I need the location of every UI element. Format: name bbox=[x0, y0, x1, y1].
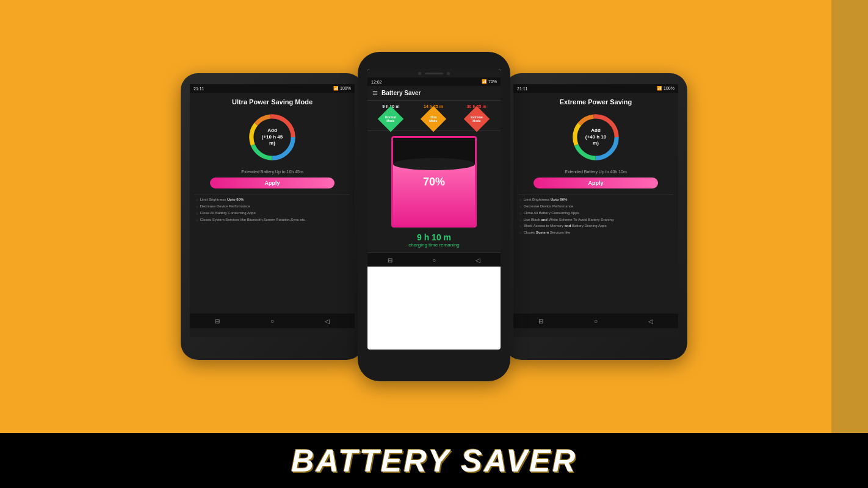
right-status-bar: 21:11 📶 100% bbox=[513, 84, 678, 93]
left-divider bbox=[195, 195, 350, 195]
left-nav-bar: ⊟ ○ ◁ bbox=[190, 314, 355, 328]
bullet-icon: ○ bbox=[196, 205, 198, 209]
left-ring-text: Add (+10 h 45 m) bbox=[259, 128, 286, 147]
feature-text: Use Black and White Scheme To Avoid Batt… bbox=[524, 218, 614, 223]
bullet-icon: ○ bbox=[196, 198, 198, 202]
bottom-title-bar: BATTERY SAVER bbox=[0, 433, 868, 488]
battery-fill bbox=[393, 164, 475, 226]
hamburger-icon[interactable]: ☰ bbox=[372, 90, 378, 96]
charging-label: charging time remaning bbox=[408, 242, 460, 248]
left-phone: 21:11 📶 100% Ultra Power Saving Mode bbox=[181, 73, 364, 360]
right-title: Extreme Power Saving bbox=[560, 98, 632, 106]
feature-text: Block Access to Memory and Battery Drani… bbox=[524, 224, 607, 229]
diamond-extreme: ExtremeMode bbox=[463, 106, 489, 132]
battery-percent: 70% bbox=[423, 176, 445, 188]
right-menu-nav-icon: ⊟ bbox=[538, 318, 543, 325]
mode-extreme[interactable]: 30 h 55 m ExtremeMode bbox=[467, 104, 486, 128]
center-status-bar: 12:02 📶 70% bbox=[367, 77, 501, 86]
left-phone-screen: 21:11 📶 100% Ultra Power Saving Mode bbox=[190, 84, 355, 328]
mode-normal[interactable]: 9 h 10 m NormalMode bbox=[382, 104, 400, 128]
center-phone-screen: 12:02 📶 70% ☰ Battery Saver 9 h 10 m Nor… bbox=[367, 69, 501, 350]
bullet-icon: ○ bbox=[519, 198, 522, 202]
left-ring-chart: Add (+10 h 45 m) bbox=[245, 110, 300, 165]
right-gold-bar bbox=[831, 0, 868, 433]
center-header-title: Battery Saver bbox=[382, 90, 421, 96]
right-time: 21:11 bbox=[517, 87, 528, 91]
camera-bar bbox=[367, 69, 501, 77]
list-item: ○ Decrease Device Performance bbox=[519, 204, 672, 209]
left-status-icons: 📶 100% bbox=[333, 86, 351, 91]
center-time: 12:02 bbox=[371, 80, 382, 84]
center-menu-nav: ⊟ bbox=[388, 257, 392, 264]
bullet-icon: ○ bbox=[519, 231, 522, 235]
right-screen-content: Extreme Power Saving Add (+40 h 10 bbox=[513, 93, 678, 337]
list-item: ○ Limit Brightness Upto 80% bbox=[196, 198, 349, 203]
diamond-ultra-label: UltraMode bbox=[430, 115, 438, 123]
battery-wave bbox=[393, 158, 475, 170]
left-title: Ultra Power Saving Mode bbox=[232, 98, 313, 106]
bullet-icon: ○ bbox=[519, 218, 522, 222]
feature-text: Close All Battery Consuming Apps bbox=[524, 211, 579, 216]
bullet-icon: ○ bbox=[519, 205, 522, 209]
center-phone: 12:02 📶 70% ☰ Battery Saver 9 h 10 m Nor… bbox=[358, 52, 510, 381]
speaker-bar bbox=[425, 73, 443, 74]
center-header: ☰ Battery Saver bbox=[367, 86, 501, 101]
list-item: ○ Close All Battery Consuming Apps bbox=[196, 211, 349, 216]
back-nav-icon: ◁ bbox=[325, 318, 330, 325]
right-back-nav-icon: ◁ bbox=[648, 318, 653, 325]
feature-text: Limit Brightness Upto 80% bbox=[524, 198, 568, 203]
feature-text: Close All Battery Consuming Apps bbox=[200, 211, 256, 216]
right-extended-text: Extended Battery Up to 40h 10m bbox=[565, 170, 627, 174]
right-ring-text: Add (+40 h 10 m) bbox=[582, 128, 610, 147]
phones-container: 21:11 📶 100% Ultra Power Saving Mode bbox=[98, 52, 770, 381]
right-ring-chart: Add (+40 h 10 m) bbox=[568, 110, 623, 165]
camera-dot-2 bbox=[447, 72, 450, 75]
bullet-icon: ○ bbox=[519, 224, 522, 228]
right-apply-button[interactable]: Apply bbox=[533, 178, 657, 188]
left-extended-text: Extended Battery Up to 10h 45m bbox=[241, 170, 303, 174]
list-item: ○ Decrease Device Performance bbox=[196, 204, 349, 209]
list-item: ○ Closes System Services like bbox=[519, 231, 672, 235]
diamond-normal: NormalMode bbox=[378, 106, 403, 132]
left-apply-button[interactable]: Apply bbox=[210, 178, 334, 188]
diamond-extreme-label: ExtremeMode bbox=[471, 115, 483, 123]
left-time: 21:11 bbox=[193, 87, 204, 91]
list-item: ○ Closes System Services like Bluetooth,… bbox=[196, 218, 349, 223]
charging-time: 9 h 10 m bbox=[417, 232, 451, 242]
mode-selector: 9 h 10 m NormalMode 14 h 25 m UltraMode … bbox=[367, 101, 501, 131]
bullet-icon: ○ bbox=[196, 212, 198, 215]
app-title: BATTERY SAVER bbox=[291, 442, 577, 479]
right-phone-screen: 21:11 📶 100% Extreme Power Saving bbox=[513, 84, 678, 328]
menu-nav-icon: ⊟ bbox=[215, 318, 220, 325]
feature-text: Decrease Device Performance bbox=[524, 204, 574, 209]
feature-text: Limit Brightness Upto 80% bbox=[200, 198, 244, 203]
feature-text: Decrease Device Performance bbox=[200, 204, 250, 209]
center-home-nav: ○ bbox=[432, 257, 436, 264]
home-nav-icon: ○ bbox=[270, 318, 274, 325]
left-feature-list: ○ Limit Brightness Upto 80% ○ Decrease D… bbox=[195, 198, 350, 224]
feature-text: Closes System Services like Bluetooth,Sc… bbox=[200, 218, 306, 223]
diamond-ultra: UltraMode bbox=[421, 106, 446, 132]
bullet-icon: ○ bbox=[519, 212, 522, 215]
list-item: ○ Use Black and White Scheme To Avoid Ba… bbox=[519, 218, 672, 223]
right-home-nav-icon: ○ bbox=[594, 318, 598, 325]
right-divider bbox=[518, 195, 673, 195]
main-area: 21:11 📶 100% Ultra Power Saving Mode bbox=[0, 0, 868, 433]
mode-ultra[interactable]: 14 h 25 m UltraMode bbox=[424, 104, 443, 128]
center-status-icons: 📶 70% bbox=[482, 79, 497, 84]
list-item: ○ Limit Brightness Upto 80% bbox=[519, 198, 672, 203]
feature-text: Closes System Services like bbox=[524, 231, 571, 235]
list-item: ○ Block Access to Memory and Battery Dra… bbox=[519, 224, 672, 229]
center-back-nav: ◁ bbox=[476, 257, 480, 264]
right-feature-list: ○ Limit Brightness Upto 80% ○ Decrease D… bbox=[518, 198, 673, 237]
right-phone: 21:11 📶 100% Extreme Power Saving bbox=[504, 73, 687, 360]
battery-box: 70% bbox=[391, 136, 477, 228]
right-status-icons: 📶 100% bbox=[657, 86, 675, 91]
battery-display: 70% 9 h 10 m charging time remaning bbox=[367, 131, 501, 253]
center-nav-bar: ⊟ ○ ◁ bbox=[367, 253, 501, 267]
left-status-bar: 21:11 📶 100% bbox=[190, 84, 355, 93]
diamond-normal-label: NormalMode bbox=[386, 115, 396, 123]
camera-dot bbox=[418, 72, 421, 75]
left-screen-content: Ultra Power Saving Mode bbox=[190, 93, 355, 337]
bullet-icon: ○ bbox=[196, 218, 198, 222]
